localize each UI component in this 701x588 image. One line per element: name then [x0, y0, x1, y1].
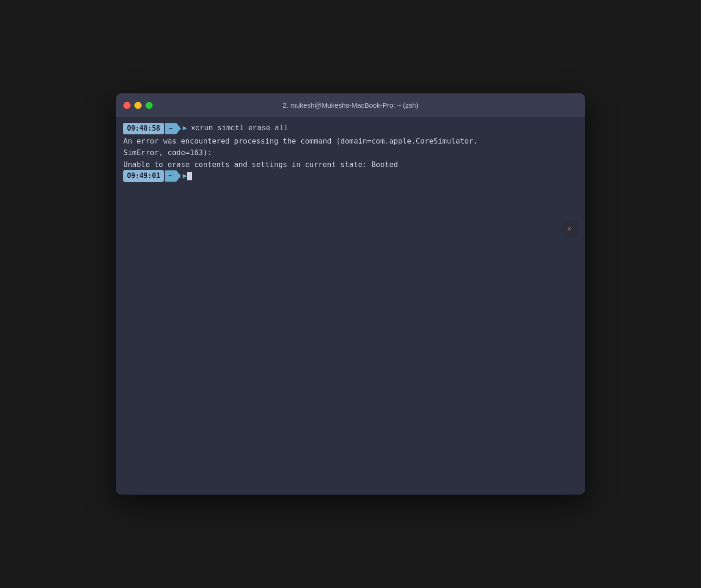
- close-window-button[interactable]: [123, 102, 131, 109]
- terminal-body[interactable]: 09:48:58 ~ ▶ xcrun simctl erase all An e…: [116, 117, 585, 495]
- close-button[interactable]: ✕: [558, 220, 578, 238]
- titlebar: 2. mukesh@Mukeshs-MacBook-Pro: ~ (zsh): [116, 93, 585, 117]
- timestamp-2: 09:49:01: [123, 170, 164, 182]
- prompt-line-1: 09:48:58 ~ ▶ xcrun simctl erase all: [123, 123, 578, 134]
- tilde-badge-1: ~: [165, 123, 181, 134]
- output-line-3: Unable to erase contents and settings in…: [123, 159, 578, 171]
- minimize-window-button[interactable]: [134, 102, 142, 109]
- output-line-2: SimError, code=163):: [123, 147, 578, 159]
- close-icon: ✕: [564, 224, 572, 235]
- prompt-arrow-2: ▶: [183, 171, 187, 182]
- cursor: [187, 172, 192, 180]
- prompt-arrow-1: ▶: [183, 123, 187, 134]
- window-title: 2. mukesh@Mukeshs-MacBook-Pro: ~ (zsh): [283, 101, 419, 109]
- tilde-badge-2: ~: [165, 170, 181, 182]
- terminal-window: 2. mukesh@Mukeshs-MacBook-Pro: ~ (zsh) 0…: [116, 93, 585, 495]
- prompt-line-2: 09:49:01 ~ ▶: [123, 170, 578, 182]
- output-line-1: An error was encountered processing the …: [123, 135, 578, 147]
- timestamp-1: 09:48:58: [123, 123, 164, 134]
- maximize-window-button[interactable]: [145, 102, 153, 109]
- traffic-lights: [123, 102, 153, 109]
- command-text: xcrun simctl erase all: [191, 123, 288, 134]
